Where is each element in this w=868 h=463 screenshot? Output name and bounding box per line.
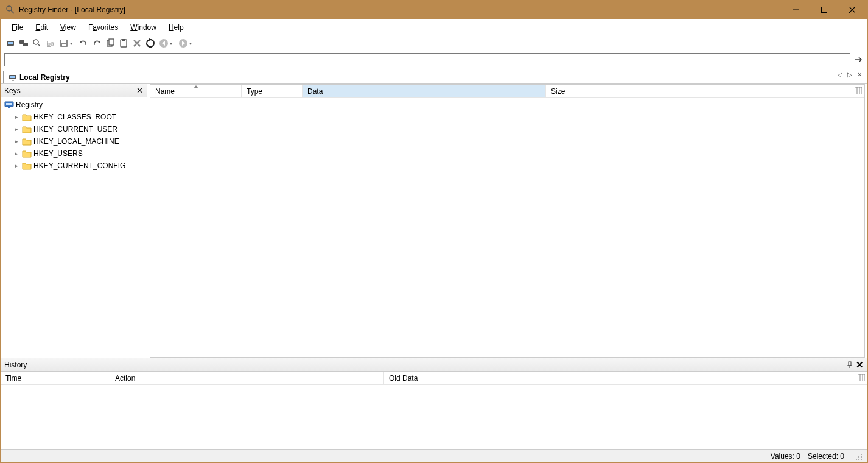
tab-local-registry[interactable]: Local Registry xyxy=(3,71,75,83)
svg-rect-20 xyxy=(122,39,125,41)
history-column-headers: Time Action Old Data xyxy=(1,372,867,385)
delete-icon[interactable] xyxy=(131,37,143,49)
copy-icon[interactable] xyxy=(104,37,116,49)
forward-icon[interactable] xyxy=(177,37,189,49)
svg-rect-13 xyxy=(61,40,66,43)
svg-point-48 xyxy=(856,459,857,460)
refresh-icon[interactable] xyxy=(144,37,156,49)
sidebar: Keys ✕ Registry ▸HKEY_CLASSES_ROOT▸HKEY_… xyxy=(1,84,147,358)
tab-computer-icon xyxy=(9,73,17,82)
sidebar-close-icon[interactable]: ✕ xyxy=(136,86,143,95)
svg-rect-9 xyxy=(23,43,28,46)
col-data[interactable]: Data xyxy=(303,85,546,97)
tree-hive[interactable]: ▸HKEY_CURRENT_USER xyxy=(12,123,144,135)
svg-rect-39 xyxy=(849,362,851,366)
statusbar: Values: 0 Selected: 0 xyxy=(1,449,867,462)
tabstrip: Local Registry ◁ ▷ ✕ xyxy=(1,69,867,83)
values-panel: Name Type Data Size xyxy=(150,84,865,358)
redo-icon[interactable] xyxy=(91,37,103,49)
expander-icon[interactable]: ▸ xyxy=(13,138,20,144)
expander-icon[interactable]: ▸ xyxy=(13,163,20,169)
col-size[interactable]: Size xyxy=(546,85,583,97)
search-icon[interactable] xyxy=(31,37,43,49)
svg-point-49 xyxy=(858,459,859,460)
menu-view[interactable]: View xyxy=(54,21,82,34)
tab-label: Local Registry xyxy=(19,73,70,82)
history-pin-icon[interactable] xyxy=(846,361,853,369)
menu-favorites[interactable]: Favorites xyxy=(82,21,124,34)
undo-icon[interactable] xyxy=(77,37,89,49)
tab-next-icon[interactable]: ▷ xyxy=(845,70,854,79)
status-selected: Selected: 0 xyxy=(808,452,844,461)
titlebar[interactable]: Registry Finder - [Local Registry] xyxy=(1,1,867,19)
forward-dropdown-icon[interactable]: ▾ xyxy=(189,41,195,46)
save-dropdown-icon[interactable]: ▾ xyxy=(70,41,76,46)
col-name[interactable]: Name xyxy=(150,85,242,97)
menu-edit[interactable]: Edit xyxy=(29,21,54,34)
app-window: Registry Finder - [Local Registry] File … xyxy=(0,0,868,463)
col-type[interactable]: Type xyxy=(242,85,303,97)
expander-icon[interactable]: ▸ xyxy=(13,150,20,157)
expander-icon[interactable]: ▸ xyxy=(13,114,20,120)
tree-hive-label: HKEY_CLASSES_ROOT xyxy=(33,113,116,121)
column-chooser-icon[interactable] xyxy=(853,86,863,96)
main-area: Keys ✕ Registry ▸HKEY_CLASSES_ROOT▸HKEY_… xyxy=(1,83,867,358)
toolbar: b̲a ▾ ▾ ▾ xyxy=(1,36,867,51)
svg-point-47 xyxy=(861,456,862,458)
paste-icon[interactable] xyxy=(117,37,130,49)
tree-root[interactable]: Registry xyxy=(3,99,144,111)
address-input[interactable] xyxy=(4,53,850,66)
values-column-headers: Name Type Data Size xyxy=(150,85,864,98)
tree-hive[interactable]: ▸HKEY_CLASSES_ROOT xyxy=(12,111,144,123)
svg-rect-18 xyxy=(109,39,114,45)
back-dropdown-icon[interactable]: ▾ xyxy=(170,41,176,46)
hist-col-action[interactable]: Action xyxy=(110,372,384,384)
svg-line-11 xyxy=(38,44,40,46)
values-grid[interactable] xyxy=(150,98,864,357)
menu-window[interactable]: Window xyxy=(124,21,163,34)
history-title: History xyxy=(4,361,27,369)
svg-rect-34 xyxy=(6,103,12,105)
go-button[interactable] xyxy=(853,54,864,65)
tab-prev-icon[interactable]: ◁ xyxy=(836,70,844,79)
folder-icon xyxy=(22,149,32,158)
svg-point-10 xyxy=(33,40,38,44)
svg-rect-31 xyxy=(10,76,15,78)
tree-hive-label: HKEY_CURRENT_CONFIG xyxy=(33,161,125,170)
svg-rect-32 xyxy=(12,80,14,81)
tree-hive-label: HKEY_LOCAL_MACHINE xyxy=(33,137,119,146)
hist-col-time[interactable]: Time xyxy=(1,372,110,384)
folder-icon xyxy=(22,125,32,133)
history-grid[interactable] xyxy=(1,385,867,449)
close-button[interactable] xyxy=(838,1,866,19)
save-icon[interactable] xyxy=(58,37,70,49)
window-controls xyxy=(782,1,866,19)
svg-rect-36 xyxy=(855,87,862,94)
back-icon[interactable] xyxy=(158,37,170,49)
svg-point-50 xyxy=(861,459,862,460)
menu-help[interactable]: Help xyxy=(163,21,190,34)
tree-hive[interactable]: ▸HKEY_LOCAL_MACHINE xyxy=(12,135,144,147)
replace-icon[interactable]: b̲a xyxy=(44,37,57,49)
folder-icon xyxy=(22,161,32,170)
expander-icon[interactable]: ▸ xyxy=(13,126,20,132)
local-registry-icon[interactable] xyxy=(4,37,16,49)
app-icon xyxy=(5,5,15,15)
svg-rect-35 xyxy=(8,107,10,108)
tree-hive[interactable]: ▸HKEY_USERS xyxy=(12,147,144,160)
tab-close-icon[interactable]: ✕ xyxy=(855,70,864,79)
registry-tree[interactable]: Registry ▸HKEY_CLASSES_ROOT▸HKEY_CURRENT… xyxy=(1,97,147,358)
hist-col-olddata[interactable]: Old Data xyxy=(384,372,628,384)
addressbar xyxy=(1,51,867,69)
history-header: History ✕ xyxy=(1,358,867,372)
history-column-chooser-icon[interactable] xyxy=(856,373,866,383)
history-close-icon[interactable]: ✕ xyxy=(856,359,864,370)
svg-point-0 xyxy=(7,6,12,11)
minimize-button[interactable] xyxy=(782,1,810,19)
maximize-button[interactable] xyxy=(810,1,838,19)
remote-registry-icon[interactable] xyxy=(18,37,30,49)
tree-hive[interactable]: ▸HKEY_CURRENT_CONFIG xyxy=(12,160,144,172)
resize-grip-icon[interactable] xyxy=(854,452,863,461)
sidebar-title: Keys xyxy=(4,87,21,95)
menu-file[interactable]: File xyxy=(5,21,29,34)
